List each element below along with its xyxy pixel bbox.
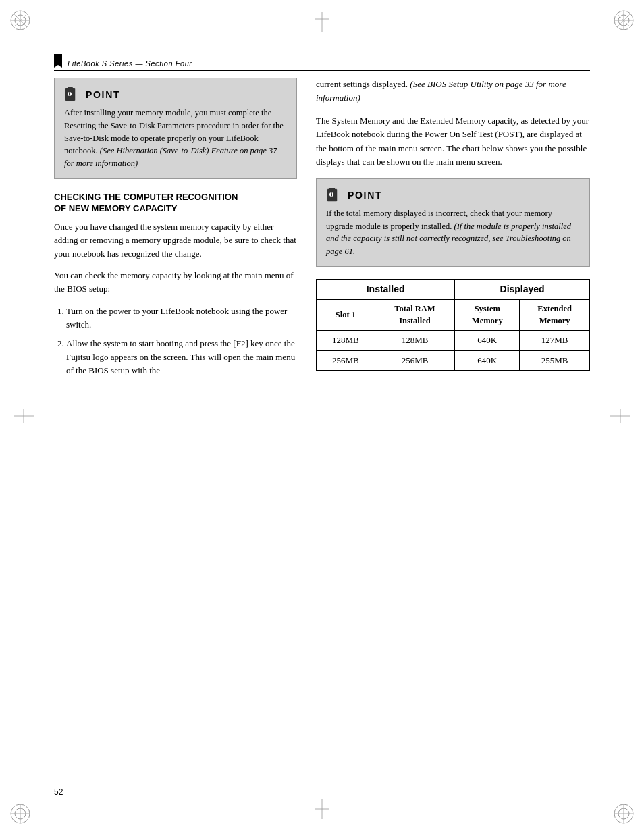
corner-decoration-tr (610, 7, 637, 34)
right-body-text: current settings displayed. (See BIOS Se… (316, 78, 590, 105)
svg-point-32 (69, 92, 70, 93)
cell-extmem-0: 127MB (520, 331, 590, 350)
left-column: POINT After installing your memory modul… (54, 78, 297, 780)
table-subheader-systemmem: SystemMemory (455, 300, 520, 331)
point-icon-left (64, 86, 80, 103)
corner-decoration-tl (7, 7, 34, 34)
content-area: POINT After installing your memory modul… (54, 78, 590, 780)
table-header-installed: Installed (317, 279, 455, 300)
table-header-displayed: Displayed (455, 279, 590, 300)
point-box-left: POINT After installing your memory modul… (54, 78, 297, 179)
top-center-mark (315, 12, 329, 35)
header-title: LifeBook S Series — Section Four (68, 59, 192, 68)
right-column: current settings displayed. (See BIOS Se… (316, 78, 590, 780)
step-2: Allow the system to start booting and pr… (66, 337, 297, 377)
table-row: 256MB 256MB 640K 255MB (317, 350, 590, 370)
cell-totalram-0: 128MB (375, 331, 454, 350)
table-row: 128MB 128MB 640K 127MB (317, 331, 590, 350)
point-text-left: After installing your memory module, you… (64, 107, 287, 170)
table-subheader-extmem: ExtendedMemory (520, 300, 590, 331)
cell-systemmem-0: 640K (455, 331, 520, 350)
section-para1: Once you have changed the system memory … (54, 220, 297, 261)
svg-rect-34 (329, 188, 335, 190)
point-text-right: If the total memory displayed is incorre… (326, 207, 580, 258)
cell-slot-1: 256MB (317, 350, 375, 370)
corner-decoration-br (610, 800, 637, 827)
steps-list: Turn on the power to your LifeBook noteb… (66, 305, 297, 378)
point-box-right: POINT If the total memory displayed is i… (316, 178, 590, 267)
cell-systemmem-1: 640K (455, 350, 520, 370)
page-number: 52 (54, 787, 63, 797)
cell-extmem-1: 255MB (520, 350, 590, 370)
svg-rect-29 (68, 87, 73, 90)
right-body-para2: The System Memory and the Extended Memor… (316, 114, 590, 169)
side-mark-left (14, 409, 34, 425)
svg-point-37 (331, 192, 332, 194)
section-para2: You can check the memory capacity by loo… (54, 269, 297, 296)
point-header-left: POINT (64, 86, 287, 103)
section-heading: CHECKING THE COMPUTER RECOGNITION OF NEW… (54, 191, 297, 215)
svg-rect-31 (69, 93, 70, 96)
page: LifeBook S Series — Section Four (0, 0, 644, 834)
cell-totalram-1: 256MB (375, 350, 454, 370)
point-header-right: POINT (326, 187, 580, 203)
table-subheader-totalram: Total RAMInstalled (375, 300, 454, 331)
header-bookmark-icon (54, 54, 62, 68)
memory-table: Installed Displayed Slot 1 Total RAMInst… (316, 279, 590, 371)
step-1: Turn on the power to your LifeBook noteb… (66, 305, 297, 332)
point-icon-right (326, 187, 342, 203)
svg-rect-36 (331, 193, 332, 196)
corner-decoration-bl (7, 800, 34, 827)
page-header: LifeBook S Series — Section Four (54, 54, 590, 71)
cell-slot-0: 128MB (317, 331, 375, 350)
point-title-left: POINT (86, 89, 120, 100)
bottom-center-mark (315, 799, 329, 822)
table-subheader-slot: Slot 1 (317, 300, 375, 331)
side-mark-right (610, 409, 630, 425)
point-title-right: POINT (348, 190, 382, 201)
